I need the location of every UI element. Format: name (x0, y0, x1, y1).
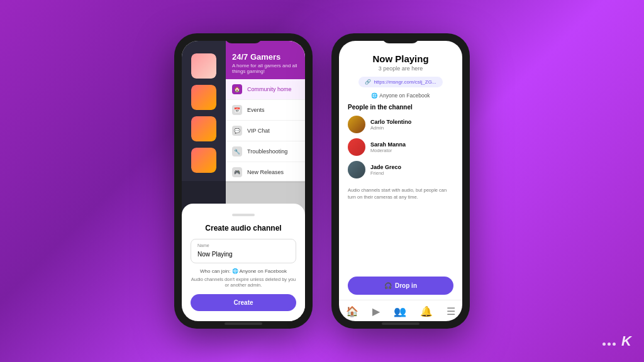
nav-item-events[interactable]: 📅 Events (226, 100, 305, 121)
person-role-sarah: Moderator (370, 148, 406, 153)
events-icon: 📅 (232, 105, 242, 115)
bottom-nav: 🏠 ▶ 👥 🔔 ☰ (339, 300, 462, 321)
person-row-sarah: Sarah Manna Moderator (348, 138, 453, 156)
community-tagline: A home for all gamers and all things gam… (232, 63, 299, 74)
globe-icon: 🌐 (371, 92, 379, 99)
people-in-channel-title: People in the channel (348, 104, 453, 111)
nav-header: 24/7 Gamers A home for all gamers and al… (226, 41, 305, 79)
channel-link[interactable]: 🔗 https://msngr.com/cslj_ZG... (358, 77, 442, 87)
nav-label-vip-chat: VIP Chat (247, 128, 270, 134)
link-icon: 🔗 (365, 79, 371, 85)
channel-name-value: Now Playing (197, 251, 233, 258)
right-phone: Now Playing 3 people are here 🔗 https://… (331, 33, 470, 329)
home-indicator-left (225, 322, 262, 325)
who-can-join-info: Who can join: 🌐 Anyone on Facebook (191, 268, 296, 274)
channel-name-input[interactable]: Name Now Playing (191, 239, 296, 263)
watermark-letter: K (621, 333, 631, 349)
who-can-join-text: Anyone on Facebook (379, 92, 430, 99)
sidebar-avatar-4 (191, 148, 216, 173)
person-name-carlo: Carlo Tolentino (370, 119, 411, 125)
nav-home-icon[interactable]: 🏠 (346, 305, 358, 317)
person-info-sarah: Sarah Manna Moderator (370, 141, 406, 153)
headphones-icon: 🎧 (384, 282, 392, 289)
vip-chat-icon: 💬 (232, 126, 242, 136)
channel-note: Audio channels don't expire unless delet… (191, 277, 296, 288)
right-phone-content: Now Playing 3 people are here 🔗 https://… (339, 41, 462, 272)
nav-bell-icon[interactable]: 🔔 (420, 305, 433, 317)
sidebar-avatar-1 (191, 53, 216, 79)
nav-item-vip-chat[interactable]: 💬 VIP Chat (226, 121, 305, 141)
left-phone: 24/7 Gamers A home for all gamers and al… (174, 33, 313, 329)
nav-label-events: Events (247, 107, 265, 113)
home-indicator-right (382, 322, 419, 325)
community-name: 24/7 Gamers (232, 52, 299, 62)
nav-label-troubleshooting: Troubleshooting (247, 148, 287, 155)
person-name-jade: Jade Greco (370, 164, 401, 170)
nav-items-list: 🏠 Community home 📅 Events 💬 VIP Chat (226, 79, 305, 183)
person-info-carlo: Carlo Tolentino Admin (370, 119, 411, 131)
drop-in-button[interactable]: 🎧 Drop in (348, 277, 453, 295)
nav-label-new-releases: New Releases (247, 169, 284, 175)
nav-community-icon[interactable]: 👥 (394, 305, 406, 317)
modal-title: Create audio channel (191, 224, 296, 233)
now-playing-title: Now Playing (348, 53, 453, 64)
person-role-carlo: Admin (370, 125, 411, 131)
sidebar-avatar-3 (191, 116, 216, 141)
community-home-icon: 🏠 (232, 84, 242, 94)
person-role-jade: Friend (370, 170, 401, 176)
notch-left (225, 33, 262, 43)
sidebar-avatar-2 (191, 85, 216, 110)
watermark: K (602, 333, 631, 349)
create-channel-modal: Create audio channel Name Now Playing Wh… (182, 204, 305, 321)
person-info-jade: Jade Greco Friend (370, 164, 401, 176)
person-name-sarah: Sarah Manna (370, 141, 406, 148)
nav-menu-icon[interactable]: ☰ (447, 305, 455, 317)
person-row-carlo: Carlo Tolentino Admin (348, 116, 453, 133)
avatar-carlo (348, 116, 365, 133)
person-row-jade: Jade Greco Friend (348, 161, 453, 178)
people-count: 3 people are here (348, 65, 453, 72)
nav-item-troubleshooting[interactable]: 🔧 Troubleshooting (226, 141, 305, 162)
drop-in-label: Drop in (395, 282, 417, 289)
watermark-dots (602, 343, 616, 346)
left-phone-screen: 24/7 Gamers A home for all gamers and al… (182, 41, 305, 321)
name-label: Name (197, 243, 289, 248)
notch-right (382, 33, 419, 43)
audio-note: Audio channels start with audio, but peo… (348, 187, 453, 200)
troubleshooting-icon: 🔧 (232, 146, 242, 156)
nav-label-community-home: Community home (247, 86, 292, 92)
drag-handle (232, 214, 255, 216)
nav-item-community-home[interactable]: 🏠 Community home (226, 79, 305, 100)
nav-play-icon[interactable]: ▶ (372, 305, 380, 317)
who-can-join-right: 🌐 Anyone on Facebook (348, 92, 453, 99)
new-releases-icon: 🎮 (232, 167, 242, 177)
avatar-sarah (348, 138, 365, 156)
nav-item-new-releases[interactable]: 🎮 New Releases (226, 162, 305, 183)
link-text: https://msngr.com/cslj_ZG... (374, 79, 436, 85)
right-phone-screen: Now Playing 3 people are here 🔗 https://… (339, 41, 462, 321)
avatar-jade (348, 161, 365, 178)
left-phone-content: 24/7 Gamers A home for all gamers and al… (182, 41, 305, 321)
create-button[interactable]: Create (191, 294, 296, 311)
